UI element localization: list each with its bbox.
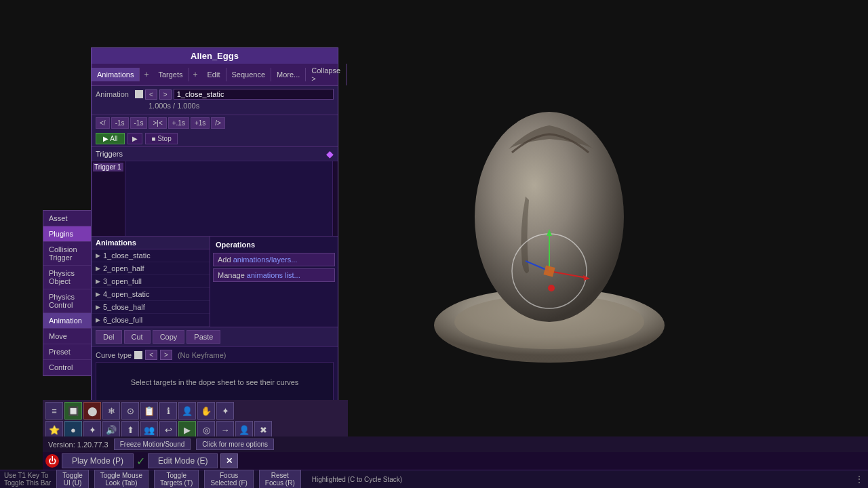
tab-collapse[interactable]: Collapse > [306, 64, 347, 85]
sidebar-item-move[interactable]: Move [43, 329, 93, 344]
play-btn[interactable]: ▶ [127, 133, 142, 144]
anim-play-icon-5: ▶ [96, 317, 100, 323]
tl-btn-plus1s[interactable]: +1s [191, 117, 210, 129]
tl-btn-plus1f[interactable]: +.1s [168, 117, 189, 129]
animation-item-0[interactable]: ▶ 1_close_static [92, 249, 210, 262]
tab-targets-plus[interactable]: + [189, 68, 202, 81]
animation-checkbox[interactable] [135, 90, 143, 98]
main-dialog: Alien_Eggs Animations + Targets + Edit S… [91, 47, 338, 432]
curve-type-checkbox[interactable] [134, 351, 142, 359]
focus-selected-btn[interactable]: FocusSelected (F) [204, 470, 253, 488]
status-menu-icon[interactable]: ⋮ [854, 474, 864, 485]
tb-clipboard-icon[interactable]: 📋 [140, 402, 158, 420]
trigger-item-1[interactable]: Trigger 1 [93, 163, 123, 171]
trigger-timeline[interactable] [125, 161, 332, 236]
time-display: 1.000s / 1.000s [149, 102, 199, 110]
curve-prev-btn[interactable]: < [145, 350, 157, 360]
anim-item-label-0: 1_close_static [103, 251, 151, 260]
tab-sequence[interactable]: Sequence [226, 68, 272, 81]
timeline-buttons: </ -1s -1s >|< +.1s +1s /> [92, 115, 338, 131]
operations-header: Operations [213, 239, 335, 250]
toggle-targets-btn[interactable]: ToggleTargets (T) [154, 470, 199, 488]
animation-item-2[interactable]: ▶ 3_open_full [92, 275, 210, 288]
tab-more[interactable]: More... [271, 68, 306, 81]
tb-green-icon[interactable]: 🔲 [64, 402, 82, 420]
tb-person-icon[interactable]: 👤 [178, 402, 196, 420]
stop-btn[interactable]: ■ Stop [145, 133, 177, 144]
anim-item-label-4: 5_close_half [103, 303, 145, 311]
animation-item-3[interactable]: ▶ 4_open_static [92, 288, 210, 301]
edit-controls: Del Cut Copy Paste [92, 327, 338, 346]
power-icon[interactable]: ⏻ [45, 454, 59, 468]
sidebar-item-control[interactable]: Control [43, 360, 93, 375]
operations-panel: Operations Add animations/layers... Mana… [210, 237, 338, 327]
animation-controls: Animation < > 1.000s / 1.000s [92, 86, 338, 115]
sidebar-item-asset[interactable]: Asset [43, 211, 93, 226]
sidebar-item-plugins[interactable]: Plugins [43, 226, 93, 242]
anim-prev-btn[interactable]: < [145, 89, 157, 100]
more-options-btn[interactable]: Click for more options [196, 439, 274, 450]
tb-freeze-icon[interactable]: ❄ [102, 402, 120, 420]
curve-area: Curve type < > (No Keyframe) Select targ… [92, 346, 338, 405]
sidebar-item-collision-trigger[interactable]: Collision Trigger [43, 242, 93, 266]
status-bar: Use T1 Key ToToggle This Bar ToggleUI (U… [0, 470, 868, 488]
curve-next-btn[interactable]: > [160, 350, 172, 360]
tab-targets[interactable]: Targets [153, 68, 189, 81]
triggers-scrollbar[interactable] [332, 161, 338, 236]
sidebar-item-preset[interactable]: Preset [43, 344, 93, 360]
curve-type-label: Curve type [96, 351, 132, 359]
animation-name-field[interactable] [174, 89, 334, 100]
anim-item-label-1: 2_open_half [103, 264, 144, 272]
del-btn[interactable]: Del [96, 330, 122, 344]
paste-btn[interactable]: Paste [186, 330, 220, 344]
add-animations-btn[interactable]: Add animations/layers... [213, 253, 335, 266]
anim-play-icon-2: ▶ [96, 278, 100, 285]
tb-hand-icon[interactable]: ✋ [197, 402, 215, 420]
edit-mode-btn[interactable]: Edit Mode (E) [148, 453, 218, 468]
tb-menu-icon[interactable]: ≡ [45, 402, 63, 420]
tab-animations-plus[interactable]: + [140, 68, 153, 81]
sidebar-item-physics-object[interactable]: Physics Object [43, 266, 93, 289]
triggers-content: Trigger 1 [92, 161, 338, 236]
reset-focus-btn[interactable]: ResetFocus (R) [259, 470, 301, 488]
manage-animations-btn[interactable]: Manage animations list... [213, 268, 335, 282]
select-targets-message: Select targets in the dope sheet to see … [131, 378, 299, 386]
close-x-btn[interactable]: ✕ [220, 453, 238, 468]
trigger-list: Trigger 1 [92, 161, 125, 236]
tb-red-icon[interactable]: ⬤ [83, 402, 101, 420]
sidebar-item-animation[interactable]: Animation [43, 313, 93, 329]
sidebar-item-physics-control[interactable]: Physics Control [43, 289, 93, 313]
tl-btn-minus1f[interactable]: -1s [130, 117, 148, 129]
tl-btn-playpause[interactable]: >|< [149, 117, 166, 129]
left-sidebar: Asset Plugins Collision Trigger Physics … [43, 210, 94, 376]
dialog-title: Alien_Eggs [191, 51, 239, 61]
triggers-label: Triggers [96, 150, 123, 158]
split-content: Animations ▶ 1_close_static ▶ 2_open_hal… [92, 237, 338, 327]
copy-btn[interactable]: Copy [153, 330, 185, 344]
triggers-header: Triggers ◆ [92, 147, 338, 161]
animation-item-4[interactable]: ▶ 5_close_half [92, 301, 210, 314]
tab-edit[interactable]: Edit [202, 68, 226, 81]
tl-btn-slash[interactable]: </ [96, 117, 110, 129]
animations-panel: Animations ▶ 1_close_static ▶ 2_open_hal… [92, 237, 210, 327]
toggle-ui-btn[interactable]: ToggleUI (U) [56, 470, 88, 488]
tl-btn-minus1s[interactable]: -1s [111, 117, 129, 129]
tl-btn-end[interactable]: /> [211, 117, 225, 129]
animation-item-5[interactable]: ▶ 6_close_full [92, 314, 210, 327]
play-mode-btn[interactable]: Play Mode (P) [62, 453, 134, 468]
bottom-toolbar: ≡ 🔲 ⬤ ❄ ⊙ 📋 ℹ 👤 ✋ ✦ ⭐ ● ✦ 🔊 ⬆ 👥 ↩ ▶ ◎ → … [43, 400, 348, 441]
anim-next-btn[interactable]: > [159, 89, 172, 100]
triggers-area: Triggers ◆ Trigger 1 [92, 147, 338, 237]
check-icon: ✓ [136, 455, 145, 468]
play-all-btn[interactable]: ▶ All [96, 133, 125, 144]
animations-panel-header: Animations [92, 237, 210, 249]
toggle-mouse-btn[interactable]: Toggle MouseLook (Tab) [94, 470, 149, 488]
cut-btn[interactable]: Cut [124, 330, 151, 344]
animation-item-1[interactable]: ▶ 2_open_half [92, 262, 210, 275]
tab-animations[interactable]: Animations [92, 68, 140, 81]
trigger-diamond-icon: ◆ [326, 148, 334, 159]
tb-plus-icon[interactable]: ✦ [216, 402, 234, 420]
tb-circle-icon[interactable]: ⊙ [121, 402, 139, 420]
freeze-motion-btn[interactable]: Freeze Motion/Sound [114, 439, 191, 450]
tb-info-icon[interactable]: ℹ [159, 402, 177, 420]
